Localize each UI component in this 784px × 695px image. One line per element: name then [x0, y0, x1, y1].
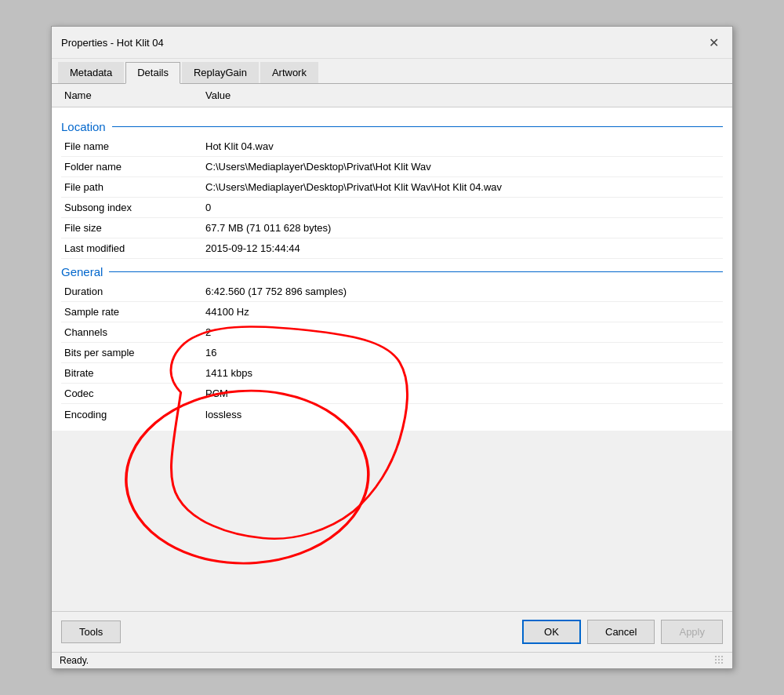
folder-name-value: C:\Users\Mediaplayer\Desktop\Privat\Hot …: [205, 161, 720, 173]
sample-rate-value: 44100 Hz: [205, 306, 720, 318]
dialog-title: Properties - Hot Klit 04: [61, 37, 164, 49]
encoding-value: lossless: [205, 409, 720, 420]
dialog-footer: Tools OK Cancel Apply: [52, 611, 732, 652]
bitrate-value: 1411 kbps: [205, 367, 720, 379]
encoding-label: Encoding: [64, 409, 205, 420]
table-row: File path C:\Users\Mediaplayer\Desktop\P…: [61, 177, 723, 198]
cancel-button[interactable]: Cancel: [587, 620, 655, 644]
tab-bar: Metadata Details ReplayGain Artwork: [52, 59, 732, 84]
bitrate-label: Bitrate: [64, 367, 205, 379]
status-text: Ready.: [60, 655, 89, 666]
ok-button[interactable]: OK: [522, 620, 581, 644]
table-row: Folder name C:\Users\Mediaplayer\Desktop…: [61, 157, 723, 177]
tab-artwork[interactable]: Artwork: [260, 62, 318, 83]
codec-value: PCM: [205, 388, 720, 399]
location-section-heading: Location: [61, 120, 723, 133]
table-row: Encoding lossless: [61, 404, 723, 424]
status-bar: Ready.: [52, 652, 732, 668]
apply-button[interactable]: Apply: [661, 620, 723, 644]
duration-value: 6:42.560 (17 752 896 samples): [205, 286, 720, 297]
subsong-index-label: Subsong index: [64, 202, 205, 213]
file-path-label: File path: [64, 181, 205, 193]
file-name-label: File name: [64, 140, 205, 152]
subsong-index-value: 0: [205, 202, 720, 213]
channels-label: Channels: [64, 326, 205, 338]
close-button[interactable]: ✕: [704, 33, 723, 52]
name-column-header: Name: [61, 87, 202, 104]
value-column-header: Value: [202, 87, 723, 104]
tab-metadata[interactable]: Metadata: [58, 62, 124, 83]
channels-value: 2: [205, 326, 720, 338]
file-size-value: 67.7 MB (71 011 628 bytes): [205, 222, 720, 234]
bits-per-sample-value: 16: [205, 347, 720, 358]
last-modified-value: 2015-09-12 15:44:44: [205, 242, 720, 254]
footer-left: Tools: [61, 620, 121, 643]
table-row: Bitrate 1411 kbps: [61, 363, 723, 384]
tools-button[interactable]: Tools: [61, 620, 121, 643]
resize-grip: [715, 656, 724, 665]
codec-label: Codec: [64, 388, 205, 399]
sample-rate-label: Sample rate: [64, 306, 205, 318]
title-bar: Properties - Hot Klit 04 ✕: [52, 27, 732, 59]
duration-label: Duration: [64, 286, 205, 297]
bits-per-sample-label: Bits per sample: [64, 347, 205, 358]
table-row: Sample rate 44100 Hz: [61, 302, 723, 322]
last-modified-label: Last modified: [64, 242, 205, 254]
table-row: File size 67.7 MB (71 011 628 bytes): [61, 218, 723, 238]
table-row: Subsong index 0: [61, 198, 723, 218]
file-path-value: C:\Users\Mediaplayer\Desktop\Privat\Hot …: [205, 181, 720, 193]
properties-dialog: Properties - Hot Klit 04 ✕ Metadata Deta…: [51, 26, 733, 669]
file-name-value: Hot Klit 04.wav: [205, 140, 720, 152]
table-row: File name Hot Klit 04.wav: [61, 136, 723, 157]
table-row: Last modified 2015-09-12 15:44:44: [61, 238, 723, 259]
folder-name-label: Folder name: [64, 161, 205, 173]
table-row: Bits per sample 16: [61, 343, 723, 363]
table-row: Duration 6:42.560 (17 752 896 samples): [61, 282, 723, 302]
table-row: Channels 2: [61, 322, 723, 343]
column-header-row: Name Value: [52, 84, 732, 107]
file-size-label: File size: [64, 222, 205, 234]
tab-replaygain[interactable]: ReplayGain: [182, 62, 259, 83]
general-section-heading: General: [61, 265, 723, 278]
footer-right: OK Cancel Apply: [522, 620, 723, 644]
table-row: Codec PCM: [61, 384, 723, 404]
tab-details[interactable]: Details: [125, 62, 180, 84]
details-content: Location File name Hot Klit 04.wav Folde…: [52, 107, 732, 431]
